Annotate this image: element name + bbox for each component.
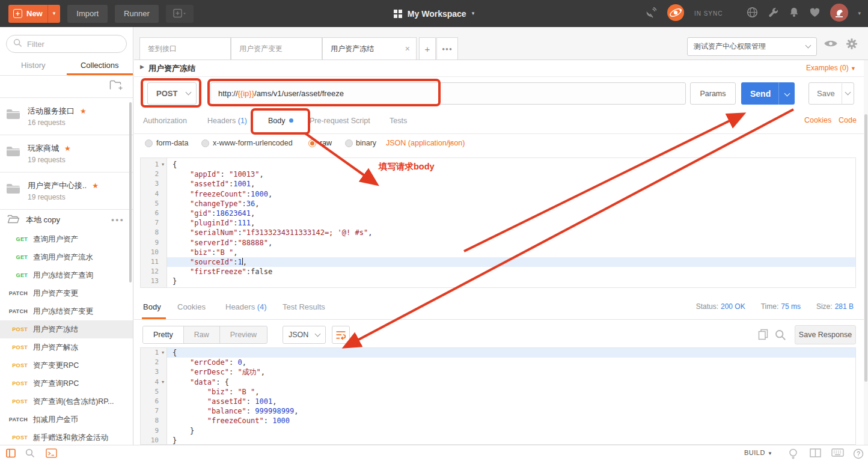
request-item-selected[interactable]: POST用户资产冻结 [0,320,133,338]
request-body-editor[interactable]: 1▾{2 "appId": "10013",3 "assetId":1001,4… [140,157,856,288]
examples-dropdown[interactable]: Examples (0) ▼ [806,64,856,72]
search-icon[interactable] [775,329,786,343]
code-line[interactable]: 8 "serialNum":"1f3133234311333142=; '@! … [141,228,855,237]
tab-prerequest-script[interactable]: Pre-request Script [310,117,370,125]
request-tab[interactable]: 用户资产变更 [231,37,322,60]
request-item[interactable]: GET查询用户资产流水 [0,248,133,266]
content-type-selector[interactable]: JSON (application/json) [386,139,465,147]
code-line[interactable]: 6 "gid":18623641, [141,209,855,218]
response-body-viewer[interactable]: 1▾{2 "errCode": 0,3 "errDesc": "成功",4▾ "… [140,347,856,445]
sidebar-scrollbar[interactable] [129,102,132,282]
main-scrollbar-thumb[interactable] [864,114,867,382]
build-selector[interactable]: BUILD▼ [744,449,772,456]
folder-item[interactable]: 本地 copy ●●● [0,210,133,230]
tab-tests[interactable]: Tests [390,117,407,125]
code-line[interactable]: 1▾{ [141,348,855,358]
request-item[interactable]: POST新手赠送和救济金活动 [0,429,133,445]
workspace-builder-button[interactable] [166,5,194,23]
code-line[interactable]: 2 "appId": "10013", [141,169,855,179]
chevron-down-icon[interactable]: ▾ [858,11,861,16]
code-line[interactable]: 7 "pluginId":111, [141,218,855,228]
two-pane-icon[interactable] [810,448,821,460]
wrench-icon[interactable] [768,7,779,20]
help-icon[interactable]: ? [853,448,864,461]
code-line[interactable]: 9 "serverId":"88888", [141,238,855,248]
capture-icon[interactable] [645,7,657,21]
view-preview[interactable]: Preview [220,326,267,343]
gear-icon[interactable] [846,38,858,52]
code-line[interactable]: 10} [141,436,855,445]
heart-icon[interactable] [809,7,821,20]
filter-input[interactable] [27,40,111,49]
response-tab-cookies[interactable]: Cookies [177,302,206,311]
tab-history[interactable]: History [0,58,67,75]
request-item[interactable]: POST资产查询(包含冻结)RP... [0,392,133,411]
expand-caret-icon[interactable]: ▶ [140,64,144,70]
sync-icon[interactable] [667,4,685,24]
send-button[interactable]: Send [741,82,795,105]
collection-item[interactable]: 活动服务接口★ 16 requests [0,98,133,135]
main-scrollbar-track[interactable] [864,60,868,445]
code-link[interactable]: Code [839,116,857,124]
view-raw[interactable]: Raw [184,326,220,343]
send-options-caret[interactable] [779,91,795,96]
tab-authorization[interactable]: Authorization [143,117,187,125]
code-line[interactable]: 2 "errCode": 0, [141,358,855,367]
method-selector[interactable]: POST [147,82,197,105]
runner-button[interactable]: Runner [115,5,159,23]
code-line[interactable]: 9 } [141,426,855,436]
request-item[interactable]: PATCH用户资产变更 [0,284,133,302]
code-line[interactable]: 10 "biz":"B ", [141,248,855,257]
code-line[interactable]: 5 "biz": "B ", [141,387,855,397]
radio-urlencoded-label[interactable]: x-www-form-urlencoded [213,139,293,147]
code-line[interactable]: 6 "assetId": 1001, [141,397,855,406]
view-pretty[interactable]: Pretty [143,326,184,343]
environment-selector[interactable]: 测试资产中心权限管理 [687,37,817,56]
sidebar-toggle-icon[interactable] [6,448,16,460]
params-button[interactable]: Params [690,82,736,105]
code-line[interactable]: 12 "firstFreeze":false [141,267,855,276]
radio-urlencoded[interactable] [201,139,209,147]
request-item[interactable]: POST资产变更RPC [0,356,133,374]
cookies-link[interactable]: Cookies [804,116,831,124]
request-tab[interactable]: 签到接口 [139,37,231,60]
code-line[interactable]: 11 "sourceId":1, [141,257,855,267]
save-response-button[interactable]: Save Response [795,325,856,344]
code-line[interactable]: 3 "errDesc": "成功", [141,367,855,377]
more-icon[interactable]: ●●● [111,217,124,223]
code-line[interactable]: 4▾ "data": { [141,377,855,387]
response-tab-body[interactable]: Body [143,302,161,311]
tab-headers[interactable]: Headers (1) [207,117,247,125]
copy-icon[interactable] [758,329,768,343]
close-icon[interactable]: × [400,44,410,53]
chevron-down-icon[interactable]: ▾ [53,11,56,16]
new-folder-icon[interactable] [109,80,123,93]
lightbulb-icon[interactable] [789,448,798,461]
code-line[interactable]: 1▾{ [141,160,855,169]
console-icon[interactable] [46,448,57,460]
radio-binary-label[interactable]: binary [356,139,376,147]
add-tab-button[interactable]: + [419,37,436,60]
code-line[interactable]: 7 "balance": 999998999, [141,406,855,416]
save-options-caret[interactable] [842,93,854,94]
code-line[interactable]: 4 "freezeCount":1000, [141,189,855,199]
new-button[interactable]: + New ▾ [8,5,60,23]
collection-item[interactable]: 用户资产中心接..★ 19 requests [0,172,133,210]
response-tab-test-results[interactable]: Test Results [283,302,325,311]
request-item[interactable]: GET查询用户资产 [0,230,133,248]
import-button[interactable]: Import [67,5,108,23]
radio-binary[interactable] [345,139,353,147]
request-item[interactable]: GET用户冻结资产查询 [0,266,133,284]
wrap-text-button[interactable] [332,326,350,344]
request-item[interactable]: POST用户资产解冻 [0,338,133,356]
request-item[interactable]: POST资产查询RPC [0,374,133,392]
search-icon[interactable] [25,448,35,460]
tab-collections[interactable]: Collections [67,58,133,75]
code-line[interactable]: 5 "changeType":36, [141,199,855,209]
filter-box[interactable] [6,35,127,53]
radio-raw[interactable] [308,139,316,147]
collection-item[interactable]: 玩家商城★ 19 requests [0,135,133,172]
radio-form-data-label[interactable]: form-data [156,139,189,147]
response-tab-headers[interactable]: Headers (4) [225,302,267,311]
url-input[interactable]: http://{{ip}}/ams/v1/user/asset/freeze [210,82,686,105]
